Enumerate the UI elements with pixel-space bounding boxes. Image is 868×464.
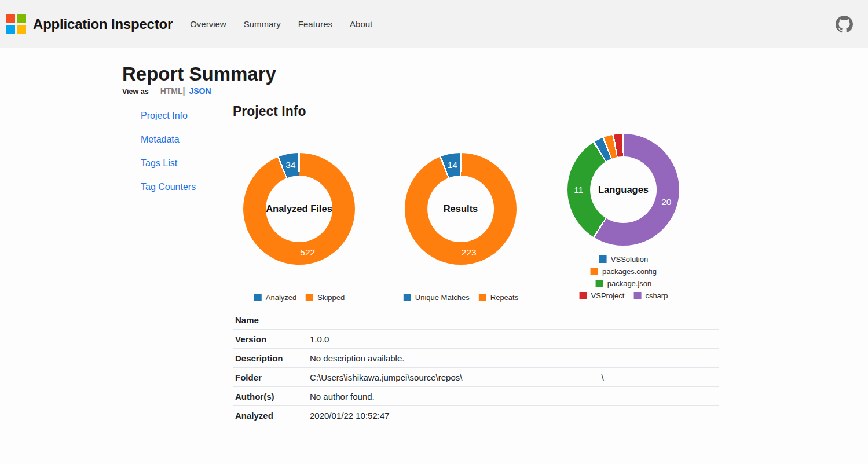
legend-label: packages.config <box>602 267 657 276</box>
legend-swatch-icon <box>404 294 411 301</box>
row-label: Version <box>233 330 310 349</box>
section-sidebar: Project InfoMetadataTags ListTag Counter… <box>122 100 233 425</box>
microsoft-logo-icon <box>6 14 26 34</box>
legend-label: VSProject <box>591 291 625 300</box>
legend-label: Analyzed <box>266 293 296 302</box>
donut-center: Results <box>427 176 495 243</box>
row-label: Folder <box>233 368 310 387</box>
row-label: Name <box>233 310 310 330</box>
donut-ring[interactable]: Languages 2011 <box>567 134 679 246</box>
legend-item-packages-config[interactable]: packages.config <box>591 267 657 276</box>
nav-link-features[interactable]: Features <box>298 19 332 29</box>
legend-label: Skipped <box>317 293 345 302</box>
slice-value-label: 11 <box>574 185 583 195</box>
page-title: Report Summary <box>122 63 868 85</box>
legend-item-vssolution[interactable]: VSSolution <box>599 255 648 264</box>
app-header: Application Inspector OverviewSummaryFea… <box>0 0 868 48</box>
github-icon <box>836 16 853 33</box>
github-link[interactable] <box>836 16 853 33</box>
legend-item-unique-matches[interactable]: Unique Matches <box>404 293 470 302</box>
legend-row: package.json <box>596 279 652 288</box>
view-json-link[interactable]: JSON <box>189 86 211 96</box>
content-layout: Project InfoMetadataTags ListTag Counter… <box>122 100 868 425</box>
row-value: 2020/01/22 10:52:47 <box>310 406 719 425</box>
legend-item-csharp[interactable]: csharp <box>633 291 668 300</box>
logo-square-red <box>6 14 15 23</box>
nav-link-summary[interactable]: Summary <box>244 19 281 29</box>
donut-ring[interactable]: Analyzed Files 52234 <box>243 153 355 265</box>
legend-swatch-icon <box>596 280 603 287</box>
legend-row: Unique MatchesRepeats <box>404 293 518 302</box>
legend-item-analyzed[interactable]: Analyzed <box>254 293 296 302</box>
app-title: Application Inspector <box>33 16 173 32</box>
legend-label: Unique Matches <box>415 293 470 302</box>
legend-swatch-icon <box>580 292 587 299</box>
legend-row: packages.config <box>591 267 657 276</box>
nav-link-about[interactable]: About <box>350 19 372 29</box>
view-as-label: View as <box>122 87 149 96</box>
view-html-label: HTML| <box>160 86 185 96</box>
table-row-description: DescriptionNo description available. <box>233 349 719 368</box>
legend-row: VSSolution <box>599 255 648 264</box>
row-value: No description available. <box>310 349 719 368</box>
row-label: Author(s) <box>233 387 310 406</box>
legend-item-repeats[interactable]: Repeats <box>479 293 518 302</box>
chart-legend: VSSolutionpackages.configpackage.jsonVSP… <box>580 255 668 300</box>
legend-row: VSProjectcsharp <box>580 291 668 300</box>
donut-chart: Analyzed Files 52234 AnalyzedSkipped <box>218 119 380 310</box>
chart-title: Results <box>444 203 478 214</box>
donut-ring[interactable]: Results 22314 <box>405 153 517 265</box>
section-title: Project Info <box>233 104 719 119</box>
legend-row: AnalyzedSkipped <box>254 293 345 302</box>
donut-chart: Languages 2011 VSSolutionpackages.config… <box>543 119 705 310</box>
slice-value-label: 223 <box>462 247 477 258</box>
row-value <box>310 310 719 330</box>
row-label: Description <box>233 349 310 368</box>
legend-label: VSSolution <box>611 255 648 264</box>
slice-value-label: 14 <box>448 160 457 170</box>
slice-value-label: 20 <box>661 197 671 207</box>
table-row-name: Name <box>233 310 719 330</box>
table-row-author-s-: Author(s)No author found. <box>233 387 719 406</box>
top-nav: OverviewSummaryFeaturesAbout <box>190 19 372 29</box>
legend-item-package-json[interactable]: package.json <box>596 279 652 288</box>
legend-swatch-icon <box>479 294 486 301</box>
legend-swatch-icon <box>591 268 598 275</box>
brand-home-link[interactable]: Application Inspector <box>6 14 173 34</box>
logo-square-blue <box>6 25 15 34</box>
table-row-analyzed: Analyzed2020/01/22 10:52:47 <box>233 406 719 425</box>
nav-link-overview[interactable]: Overview <box>190 19 226 29</box>
legend-swatch-icon <box>254 294 262 301</box>
donut-chart: Results 22314 Unique MatchesRepeats <box>380 119 542 310</box>
logo-square-yellow <box>17 25 26 34</box>
legend-swatch-icon <box>633 292 641 299</box>
legend-swatch-icon <box>306 294 313 301</box>
chart-legend: Unique MatchesRepeats <box>404 293 518 302</box>
charts-area: Analyzed Files 52234 AnalyzedSkipped Res… <box>233 119 719 310</box>
row-value: 1.0.0 <box>310 330 719 349</box>
legend-label: package.json <box>607 279 652 288</box>
chart-title: Languages <box>598 184 649 195</box>
row-label: Analyzed <box>233 406 310 425</box>
project-details-table: NameVersion1.0.0DescriptionNo descriptio… <box>233 310 719 425</box>
chart-legend: AnalyzedSkipped <box>254 293 345 302</box>
table-row-version: Version1.0.0 <box>233 330 719 349</box>
legend-swatch-icon <box>599 255 607 263</box>
logo-square-green <box>17 14 26 23</box>
slice-value-label: 522 <box>300 247 315 258</box>
row-value: No author found. <box>310 387 719 406</box>
row-value: C:\Users\ishikawa.jumpei\source\repos\\ <box>310 368 719 387</box>
legend-label: csharp <box>645 291 668 300</box>
donut-center: Analyzed Files <box>266 176 333 243</box>
view-as-toggle: View as HTML| JSON <box>122 86 868 96</box>
legend-item-skipped[interactable]: Skipped <box>306 293 345 302</box>
slice-value-label: 34 <box>285 160 295 170</box>
legend-label: Repeats <box>490 293 518 302</box>
donut-center: Languages <box>590 156 657 224</box>
legend-item-vsproject[interactable]: VSProject <box>580 291 625 300</box>
chart-title: Analyzed Files <box>266 203 332 214</box>
table-row-folder: FolderC:\Users\ishikawa.jumpei\source\re… <box>233 368 719 387</box>
main-content: Project Info Analyzed Files 52234 Analyz… <box>233 100 719 425</box>
